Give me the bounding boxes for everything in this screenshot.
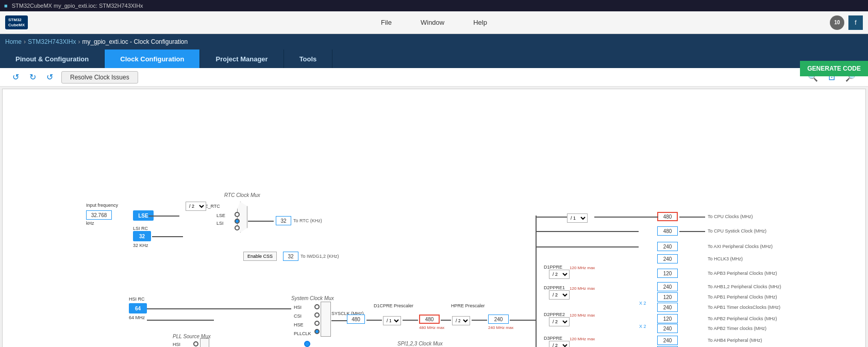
- d1ppre-label: D1PPRE: [544, 265, 562, 270]
- apb2-value[interactable]: 120: [657, 314, 678, 323]
- d3ppre-label: D3PPRE: [544, 336, 562, 341]
- input-freq-value[interactable]: 32.768: [86, 210, 112, 220]
- axi-line: [536, 246, 639, 247]
- sysclk-radio-csi[interactable]: [314, 312, 320, 318]
- apb2-timer-value[interactable]: 240: [657, 324, 678, 333]
- d1cpre-out-line: [403, 320, 418, 321]
- d1ppre-select[interactable]: / 2/ 1: [549, 270, 570, 279]
- tabbar: Pinout & Configuration Clock Configurati…: [0, 49, 868, 68]
- d1ppre-max: 120 MHz max: [570, 266, 595, 270]
- sysclk-pllclk: PLLCLK: [294, 331, 311, 336]
- hsi-pll-line: [147, 308, 291, 309]
- cpu-systick-label: To CPU Systick Clock (MHz): [708, 228, 766, 234]
- x2-2: X 2: [639, 324, 646, 329]
- d1cpre-select[interactable]: / 1/ 2: [383, 316, 401, 325]
- hsi-rc-label: HSI RC: [129, 296, 145, 302]
- axi-clocks-label: To AXI Peripheral Clocks (MHz): [708, 244, 773, 249]
- cpu-out-line: [679, 217, 705, 218]
- pll-hsi: HSI: [173, 342, 180, 347]
- d2ppre1-select[interactable]: / 2/ 1: [549, 290, 570, 300]
- hclk3-value[interactable]: 240: [657, 254, 678, 263]
- hpre-select[interactable]: / 2/ 1/ 4: [452, 316, 470, 325]
- to-iwdg-label: To IWDG1,2 (KHz): [301, 254, 339, 259]
- apb1-value[interactable]: 120: [657, 292, 678, 302]
- rtc-radio-lse[interactable]: [235, 219, 240, 224]
- d3ppre-max: 120 MHz max: [570, 337, 595, 341]
- sysclk-line: [331, 320, 347, 321]
- ahb4-value[interactable]: 240: [657, 336, 678, 345]
- x2-1: X 2: [639, 301, 646, 306]
- file-menu[interactable]: File: [377, 16, 396, 28]
- apb2-timer-label: To APB2 Timer clocks (MHz): [708, 326, 766, 331]
- breadcrumb-home[interactable]: Home: [5, 38, 22, 45]
- tab-pinout[interactable]: Pinout & Configuration: [0, 49, 105, 68]
- systick-line: [536, 231, 639, 232]
- apb1-timer-value[interactable]: 240: [657, 303, 678, 312]
- pll-mux-shape: [200, 338, 209, 347]
- apb1-timer-label: To APB1 Timer clocksClocks (MHz): [708, 305, 780, 310]
- sysclk-value[interactable]: 480: [347, 315, 365, 324]
- cpu-div-select[interactable]: / 1/ 2: [567, 213, 588, 223]
- hpre-output-value[interactable]: 240: [488, 315, 509, 324]
- rtc-mux-label: RTC Clock Mux: [224, 192, 260, 198]
- user-icon: 10: [830, 15, 844, 30]
- window-menu[interactable]: Window: [416, 16, 448, 28]
- div2-select[interactable]: / 2/ 4/ 8: [186, 202, 206, 211]
- undo-button[interactable]: ↺: [10, 71, 21, 83]
- d2ppre2-label: D2PPRE2: [544, 312, 565, 317]
- cpu-clock-value[interactable]: 480: [657, 212, 678, 221]
- titlebar-text: STM32CubeMX my_gpio_exti.ioc: STM32H743X…: [12, 3, 143, 9]
- input-freq-unit: kHz: [86, 221, 94, 226]
- lse-mux-label: LSE: [216, 213, 225, 218]
- tab-project[interactable]: Project Manager: [200, 49, 283, 68]
- resolve-clock-issues-button[interactable]: Resolve Clock Issues: [61, 71, 138, 84]
- lsi-rc-block: 32: [133, 231, 151, 241]
- css-radio[interactable]: [304, 341, 310, 347]
- rtc-output-value[interactable]: 32: [276, 216, 291, 225]
- main-content: Input frequency 32.768 kHz LSE LSI RC 32…: [2, 89, 866, 347]
- sysclk-radio-hsi[interactable]: [314, 304, 320, 309]
- toolbar: ↺ ↻ ↺ Resolve Clock Issues 🔍 ⊡ 🔎: [0, 68, 868, 87]
- d3ppre-select[interactable]: / 2/ 1: [549, 341, 570, 347]
- menubar: STM32CubeMX File Window Help 10 f: [0, 11, 868, 34]
- rtc-radio-hse[interactable]: [235, 212, 240, 217]
- pll-radio-hsi[interactable]: [193, 341, 198, 346]
- sysclk-radio-pllclk[interactable]: [314, 329, 320, 334]
- breadcrumb-file: my_gpio_exti.ioc - Clock Configuration: [82, 38, 188, 45]
- axi-clocks-value[interactable]: 240: [657, 242, 678, 251]
- apb2-label: To APB2 Peripheral Clocks (MHz): [708, 316, 777, 321]
- systick-out-line: [679, 231, 705, 232]
- sysclk-hse: HSE: [294, 322, 304, 327]
- breadcrumb-chip[interactable]: STM32H743XIHx: [28, 38, 76, 45]
- hpre-out-line: [472, 320, 487, 321]
- iwdg-output-value[interactable]: 32: [283, 252, 298, 261]
- lsi-rc-label: LSI RC: [133, 226, 148, 231]
- spi123-mux-label: SPI1,2,3 Clock Mux: [397, 341, 443, 346]
- tab-tools[interactable]: Tools: [284, 49, 333, 68]
- sysclk-mux-label: System Clock Mux: [291, 295, 334, 301]
- sysclk-csi: CSI: [294, 313, 302, 319]
- tab-clock[interactable]: Clock Configuration: [105, 49, 200, 68]
- rtc-radio-lsi[interactable]: [235, 225, 240, 230]
- d2ppre2-select[interactable]: / 2/ 1: [549, 317, 570, 326]
- rtc-out-line: [248, 221, 274, 222]
- hsi-sysclk-line: [147, 320, 214, 321]
- help-menu[interactable]: Help: [469, 16, 491, 28]
- enable-css-btn[interactable]: Enable CSS: [243, 252, 277, 261]
- to-rtc-label: To RTC (KHz): [293, 218, 322, 223]
- sysclk-radio-hse[interactable]: [314, 321, 320, 326]
- cpu-systick-value[interactable]: 480: [657, 226, 678, 236]
- generate-code-button[interactable]: GENERATE CODE: [800, 61, 868, 76]
- refresh-button[interactable]: ↺: [44, 71, 55, 83]
- d1cpre-output-value[interactable]: 480: [419, 315, 440, 324]
- apb3-label: To APB3 Peripheral Clocks (MHz): [708, 271, 777, 276]
- d1cpre-label: D1CPRE Prescaler: [374, 303, 413, 308]
- sysclk-hsi: HSI: [294, 305, 302, 310]
- cpu-div-line: [594, 217, 658, 218]
- redo-button[interactable]: ↻: [27, 71, 38, 83]
- apb1-label: To APB1 Peripheral Clocks (MHz): [708, 294, 777, 300]
- apb3-value[interactable]: 120: [657, 269, 678, 278]
- ahb12-value[interactable]: 240: [657, 282, 678, 291]
- d2ppre1-label: D2PPRE1: [544, 285, 565, 290]
- right-main-vert: [536, 216, 537, 347]
